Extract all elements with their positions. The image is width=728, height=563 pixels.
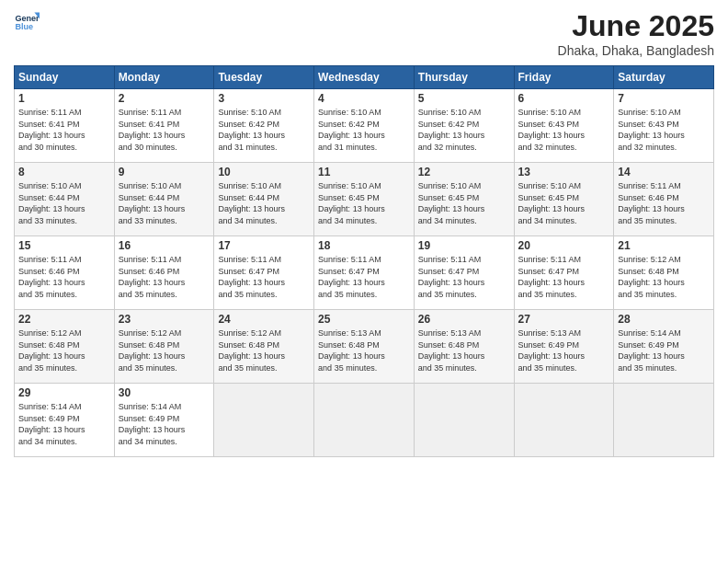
calendar-cell — [514, 384, 614, 457]
day-number: 26 — [418, 313, 510, 326]
sunrise-label: Sunrise: 5:10 AM — [218, 181, 281, 190]
day-info: Sunrise: 5:14 AM Sunset: 6:49 PM Dayligh… — [618, 327, 710, 373]
calendar-row: 22 Sunrise: 5:12 AM Sunset: 6:48 PM Dayl… — [15, 310, 714, 384]
sunrise-label: Sunrise: 5:13 AM — [318, 328, 381, 338]
daylight-minutes: and 35 minutes. — [518, 363, 577, 373]
sunrise-label: Sunrise: 5:11 AM — [119, 108, 182, 117]
calendar-cell: 4 Sunrise: 5:10 AM Sunset: 6:42 PM Dayli… — [314, 89, 415, 163]
sunrise-label: Sunrise: 5:10 AM — [518, 108, 582, 117]
svg-text:General: General — [15, 14, 40, 23]
calendar-cell: 29 Sunrise: 5:14 AM Sunset: 6:49 PM Dayl… — [15, 384, 115, 457]
daylight-minutes: and 35 minutes. — [418, 363, 477, 373]
daylight-label: Daylight: 13 hours — [418, 278, 485, 287]
daylight-label: Daylight: 13 hours — [318, 131, 385, 140]
daylight-label: Daylight: 13 hours — [418, 131, 485, 140]
col-sunday: Sunday — [15, 66, 115, 89]
daylight-label: Daylight: 13 hours — [218, 278, 285, 287]
sunset-label: Sunset: 6:48 PM — [18, 340, 80, 350]
month-title: June 2025 — [558, 9, 714, 43]
day-number: 5 — [418, 92, 510, 105]
day-info: Sunrise: 5:10 AM Sunset: 6:45 PM Dayligh… — [518, 180, 610, 226]
sunrise-label: Sunrise: 5:12 AM — [18, 328, 82, 338]
sunrise-label: Sunrise: 5:10 AM — [518, 181, 582, 190]
daylight-minutes: and 32 minutes. — [518, 143, 577, 152]
daylight-label: Daylight: 13 hours — [318, 278, 385, 287]
col-saturday: Saturday — [614, 66, 714, 89]
header-row: Sunday Monday Tuesday Wednesday Thursday… — [15, 66, 714, 89]
col-thursday: Thursday — [414, 66, 514, 89]
day-number: 15 — [18, 239, 110, 252]
daylight-minutes: and 30 minutes. — [119, 143, 177, 152]
sunset-label: Sunset: 6:41 PM — [18, 120, 80, 129]
daylight-minutes: and 35 minutes. — [318, 363, 377, 373]
calendar-cell: 25 Sunrise: 5:13 AM Sunset: 6:48 PM Dayl… — [314, 310, 415, 384]
day-number: 7 — [618, 92, 710, 105]
day-number: 10 — [218, 166, 310, 178]
calendar-cell: 28 Sunrise: 5:14 AM Sunset: 6:49 PM Dayl… — [614, 310, 714, 384]
daylight-label: Daylight: 13 hours — [418, 351, 485, 361]
daylight-minutes: and 34 minutes. — [418, 216, 477, 225]
sunrise-label: Sunrise: 5:13 AM — [418, 328, 482, 338]
daylight-minutes: and 35 minutes. — [218, 290, 277, 299]
day-info: Sunrise: 5:10 AM Sunset: 6:45 PM Dayligh… — [318, 180, 410, 226]
sunrise-label: Sunrise: 5:10 AM — [18, 181, 82, 190]
day-info: Sunrise: 5:10 AM Sunset: 6:42 PM Dayligh… — [318, 107, 410, 153]
daylight-minutes: and 34 minutes. — [318, 216, 377, 225]
sunrise-label: Sunrise: 5:11 AM — [618, 181, 681, 190]
day-info: Sunrise: 5:10 AM Sunset: 6:44 PM Dayligh… — [119, 180, 210, 226]
sunset-label: Sunset: 6:48 PM — [318, 340, 380, 350]
calendar-table: Sunday Monday Tuesday Wednesday Thursday… — [14, 65, 714, 457]
sunrise-label: Sunrise: 5:11 AM — [218, 255, 281, 264]
daylight-minutes: and 35 minutes. — [119, 290, 177, 299]
day-number: 9 — [119, 166, 210, 178]
day-info: Sunrise: 5:13 AM Sunset: 6:49 PM Dayligh… — [518, 327, 610, 373]
daylight-minutes: and 32 minutes. — [418, 143, 477, 152]
col-monday: Monday — [114, 66, 214, 89]
col-tuesday: Tuesday — [214, 66, 314, 89]
daylight-label: Daylight: 13 hours — [119, 204, 186, 213]
day-info: Sunrise: 5:10 AM Sunset: 6:42 PM Dayligh… — [218, 107, 310, 153]
calendar-cell: 8 Sunrise: 5:10 AM Sunset: 6:44 PM Dayli… — [15, 163, 115, 236]
day-info: Sunrise: 5:11 AM Sunset: 6:41 PM Dayligh… — [18, 107, 110, 153]
day-info: Sunrise: 5:11 AM Sunset: 6:46 PM Dayligh… — [618, 180, 710, 226]
day-number: 3 — [218, 92, 310, 105]
calendar-cell: 26 Sunrise: 5:13 AM Sunset: 6:48 PM Dayl… — [414, 310, 514, 384]
sunset-label: Sunset: 6:42 PM — [218, 120, 279, 129]
daylight-label: Daylight: 13 hours — [119, 351, 186, 361]
daylight-label: Daylight: 13 hours — [518, 131, 586, 140]
calendar-cell — [414, 384, 514, 457]
sunset-label: Sunset: 6:46 PM — [618, 193, 679, 202]
day-number: 29 — [18, 386, 110, 399]
day-info: Sunrise: 5:13 AM Sunset: 6:48 PM Dayligh… — [318, 327, 410, 373]
day-info: Sunrise: 5:11 AM Sunset: 6:46 PM Dayligh… — [18, 254, 110, 300]
logo: General Blue — [14, 9, 40, 35]
calendar-cell: 19 Sunrise: 5:11 AM Sunset: 6:47 PM Dayl… — [414, 236, 514, 310]
calendar-cell: 12 Sunrise: 5:10 AM Sunset: 6:45 PM Dayl… — [414, 163, 514, 236]
day-number: 11 — [318, 166, 410, 178]
daylight-minutes: and 33 minutes. — [119, 216, 177, 225]
daylight-label: Daylight: 13 hours — [318, 351, 385, 361]
daylight-label: Daylight: 13 hours — [418, 204, 485, 213]
daylight-minutes: and 34 minutes. — [518, 216, 577, 225]
col-friday: Friday — [514, 66, 614, 89]
page: General Blue June 2025 Dhaka, Dhaka, Ban… — [0, 0, 728, 563]
sunset-label: Sunset: 6:41 PM — [119, 120, 180, 129]
sunset-label: Sunset: 6:44 PM — [119, 193, 180, 202]
sunrise-label: Sunrise: 5:11 AM — [119, 255, 182, 264]
sunrise-label: Sunrise: 5:12 AM — [119, 328, 182, 338]
daylight-minutes: and 34 minutes. — [119, 437, 177, 446]
daylight-label: Daylight: 13 hours — [18, 351, 85, 361]
day-info: Sunrise: 5:11 AM Sunset: 6:47 PM Dayligh… — [218, 254, 310, 300]
sunset-label: Sunset: 6:46 PM — [18, 267, 80, 276]
day-number: 30 — [119, 386, 210, 399]
day-info: Sunrise: 5:14 AM Sunset: 6:49 PM Dayligh… — [119, 401, 210, 447]
calendar-cell: 16 Sunrise: 5:11 AM Sunset: 6:46 PM Dayl… — [114, 236, 214, 310]
daylight-minutes: and 34 minutes. — [218, 216, 277, 225]
sunset-label: Sunset: 6:47 PM — [518, 267, 580, 276]
calendar-cell: 15 Sunrise: 5:11 AM Sunset: 6:46 PM Dayl… — [15, 236, 115, 310]
daylight-minutes: and 35 minutes. — [418, 290, 477, 299]
calendar-cell: 10 Sunrise: 5:10 AM Sunset: 6:44 PM Dayl… — [214, 163, 314, 236]
sunrise-label: Sunrise: 5:11 AM — [18, 255, 82, 264]
sunrise-label: Sunrise: 5:14 AM — [119, 402, 182, 411]
sunrise-label: Sunrise: 5:10 AM — [318, 181, 381, 190]
